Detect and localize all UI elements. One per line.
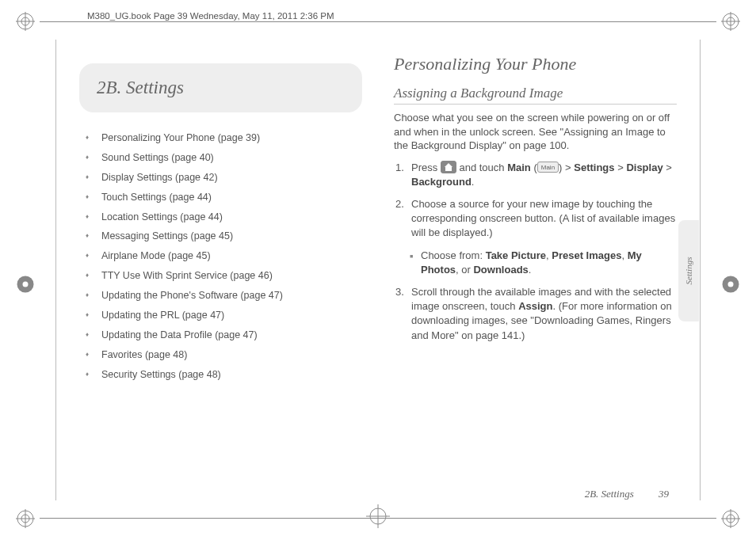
section-heading: Personalizing Your Phone	[394, 54, 677, 74]
bullet-text: Choose from:	[421, 249, 486, 261]
step-text: (	[531, 162, 537, 173]
crop-line	[40, 21, 716, 22]
page-content: 2B. Settings Personalizing Your Phone (p…	[79, 48, 677, 492]
step-text: ) >	[559, 162, 574, 173]
ui-label-assign: Assign	[518, 300, 552, 312]
table-of-contents: Personalizing Your Phone (page 39) Sound…	[79, 131, 362, 381]
crop-line	[55, 40, 56, 500]
framemaker-header: M380_UG.book Page 39 Wednesday, May 11, …	[87, 11, 334, 21]
step-number: 3.	[395, 285, 404, 299]
bullet-text: ,	[621, 249, 627, 261]
registration-mark-icon	[721, 12, 740, 31]
instruction-steps: 1. Press and touch Main (Main) > Setting…	[394, 161, 677, 343]
toc-item: Airplane Mode (page 45)	[79, 249, 362, 263]
registration-mark-icon	[721, 509, 740, 528]
bullet-text: .	[529, 264, 532, 276]
gear-mark-icon	[720, 273, 742, 295]
step-2-bullet: Choose from: Take Picture, Preset Images…	[394, 249, 677, 277]
ui-label-main: Main	[507, 162, 531, 173]
toc-item: TTY Use With Sprint Service (page 46)	[79, 269, 362, 283]
intro-paragraph: Choose what you see on the screen while …	[394, 111, 677, 153]
crop-line	[700, 40, 701, 500]
step-1: 1. Press and touch Main (Main) > Setting…	[394, 161, 677, 189]
ui-label-display: Display	[626, 162, 662, 173]
step-text: >	[615, 162, 627, 173]
ui-label-background: Background	[411, 176, 472, 188]
chapter-heading-text: 2B. Settings	[97, 78, 184, 97]
side-thumb-tab: Settings	[678, 220, 699, 321]
registration-mark-icon	[16, 12, 35, 31]
toc-item: Location Settings (page 44)	[79, 211, 362, 224]
home-key-icon	[441, 161, 456, 173]
toc-item: Personalizing Your Phone (page 39)	[79, 131, 362, 145]
option-preset-images: Preset Images	[552, 249, 621, 261]
main-button-icon: Main	[537, 162, 559, 173]
step-3: 3. Scroll through the available images a…	[394, 285, 677, 343]
toc-item: Security Settings (page 48)	[79, 368, 362, 382]
page-footer: 2B. Settings 39	[585, 488, 669, 500]
toc-item: Messaging Settings (page 45)	[79, 230, 362, 243]
right-column: Personalizing Your Phone Assigning a Bac…	[394, 48, 677, 492]
step-text: and touch	[456, 162, 507, 173]
step-2: 2. Choose a source for your new image by…	[394, 197, 677, 241]
svg-point-17	[23, 282, 29, 287]
toc-item: Touch Settings (page 44)	[79, 191, 362, 204]
toc-item: Sound Settings (page 40)	[79, 151, 362, 165]
toc-item: Updating the PRL (page 47)	[79, 309, 362, 322]
footer-page-number: 39	[659, 488, 669, 500]
toc-item: Updating the Data Profile (page 47)	[79, 329, 362, 342]
step-text: >	[663, 162, 672, 173]
side-tab-label: Settings	[684, 257, 693, 285]
subsection-heading: Assigning a Background Image	[394, 86, 677, 105]
left-column: 2B. Settings Personalizing Your Phone (p…	[79, 48, 362, 492]
center-cross-icon	[366, 504, 390, 528]
registration-mark-icon	[16, 509, 35, 528]
option-downloads: Downloads	[473, 264, 528, 276]
step-text: Press	[411, 162, 441, 173]
toc-item: Updating the Phone's Software (page 47)	[79, 289, 362, 302]
toc-item: Favorites (page 48)	[79, 348, 362, 362]
footer-section: 2B. Settings	[585, 488, 634, 500]
svg-point-19	[728, 282, 734, 287]
ui-label-settings: Settings	[574, 162, 614, 173]
step-text: Choose a source for your new image by to…	[411, 198, 675, 238]
step-number: 1.	[395, 161, 404, 175]
option-take-picture: Take Picture	[486, 249, 546, 261]
gear-mark-icon	[14, 273, 36, 295]
chapter-heading: 2B. Settings	[79, 63, 362, 112]
bullet-text: , or	[456, 264, 473, 276]
step-text: .	[472, 176, 475, 188]
step-number: 2.	[395, 197, 404, 211]
toc-item: Display Settings (page 42)	[79, 171, 362, 184]
